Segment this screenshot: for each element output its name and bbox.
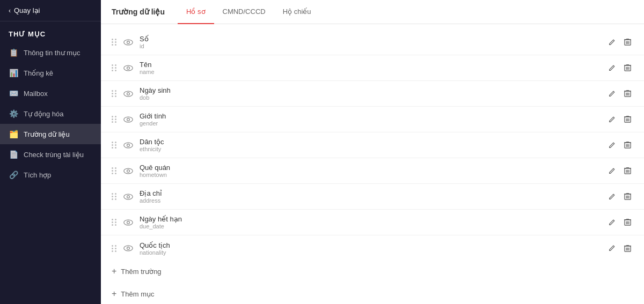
visibility-icon[interactable] <box>123 142 133 149</box>
field-info: Giới tính gender <box>140 112 599 127</box>
edit-button[interactable] <box>606 217 618 228</box>
visibility-icon[interactable] <box>123 39 133 46</box>
edit-button[interactable] <box>606 139 618 151</box>
field-actions <box>606 62 633 74</box>
edit-button[interactable] <box>606 242 618 254</box>
field-label: Ngày hết hạn <box>140 215 599 223</box>
sidebar-item-tu-dong-hoa[interactable]: ⚙️ Tự động hóa <box>0 103 101 124</box>
svg-point-36 <box>127 169 130 172</box>
edit-button[interactable] <box>606 191 618 203</box>
sidebar-icon-tu-dong-hoa: ⚙️ <box>9 109 18 118</box>
tab-cmnd-cccd[interactable]: CMND/CCCD <box>214 0 274 24</box>
back-button[interactable]: ‹ Quay lại <box>0 0 101 21</box>
field-key: hometown <box>140 172 599 178</box>
drag-handle[interactable] <box>112 90 117 97</box>
svg-point-15 <box>127 92 130 95</box>
drag-handle[interactable] <box>112 167 117 174</box>
field-label: Quê quán <box>140 164 599 172</box>
svg-point-14 <box>124 91 133 97</box>
svg-point-0 <box>124 40 133 45</box>
sidebar-item-thong-ke[interactable]: 📊 Thống kê <box>0 63 101 83</box>
sidebar-item-mailbox[interactable]: ✉️ Mailbox <box>0 83 101 103</box>
delete-button[interactable] <box>622 165 633 177</box>
edit-button[interactable] <box>606 114 618 125</box>
visibility-icon[interactable] <box>123 65 133 71</box>
svg-point-1 <box>127 41 130 43</box>
delete-button[interactable] <box>622 36 633 48</box>
add-section-label: Thêm mục <box>121 290 154 298</box>
field-key: id <box>140 43 599 49</box>
delete-button[interactable] <box>622 87 633 100</box>
visibility-icon[interactable] <box>123 194 133 200</box>
sidebar-icon-check-trung: 📄 <box>9 150 18 159</box>
drag-handle[interactable] <box>112 64 117 71</box>
drag-handle[interactable] <box>112 245 117 252</box>
visibility-icon[interactable] <box>123 116 133 123</box>
field-info: Quốc tịch nationality <box>140 241 599 256</box>
delete-button[interactable] <box>622 216 633 228</box>
edit-button[interactable] <box>606 88 618 100</box>
field-label: Ngày sinh <box>140 86 599 94</box>
field-info: Tên name <box>140 61 599 75</box>
field-label: Số <box>140 35 599 43</box>
edit-button[interactable] <box>606 165 618 177</box>
field-row: Tên name <box>101 55 644 81</box>
tab-ho-chieu[interactable]: Hộ chiếu <box>274 0 320 24</box>
delete-button[interactable] <box>622 139 633 151</box>
sidebar-item-tich-hop[interactable]: 🔗 Tích hợp <box>0 165 101 185</box>
sidebar-label-check-trung: Check trùng tài liệu <box>24 151 84 159</box>
add-section-row[interactable]: + Thêm mục <box>101 284 644 304</box>
drag-handle[interactable] <box>112 116 117 123</box>
drag-handle[interactable] <box>112 39 117 46</box>
drag-handle[interactable] <box>112 142 117 149</box>
field-label: Tên <box>140 61 599 69</box>
svg-point-49 <box>124 220 133 225</box>
field-row: Giới tính gender <box>101 107 644 132</box>
visibility-icon[interactable] <box>123 219 133 226</box>
svg-point-43 <box>127 195 130 198</box>
drag-handle[interactable] <box>112 219 117 226</box>
tabs-container: Hồ sơCMND/CCCDHộ chiếu <box>178 0 320 24</box>
field-label: Giới tính <box>140 112 599 120</box>
delete-button[interactable] <box>622 62 633 74</box>
sidebar-label-truong-du-lieu: Trường dữ liệu <box>24 130 70 138</box>
back-label: Quay lại <box>14 6 40 14</box>
section-label: Trường dữ liệu <box>112 0 173 24</box>
tab-ho-so[interactable]: Hồ sơ <box>178 0 214 24</box>
drag-handle[interactable] <box>112 193 117 200</box>
field-actions <box>606 36 633 48</box>
sidebar-label-thong-tin: Thông tin thư mục <box>24 49 80 57</box>
field-key: name <box>140 69 599 75</box>
delete-button[interactable] <box>622 190 633 203</box>
sidebar-item-truong-du-lieu[interactable]: 🗂️ Trường dữ liệu <box>0 124 101 144</box>
visibility-icon[interactable] <box>123 91 133 97</box>
visibility-icon[interactable] <box>123 168 133 174</box>
svg-point-35 <box>124 168 133 174</box>
back-arrow-icon: ‹ <box>9 7 11 14</box>
edit-button[interactable] <box>606 62 618 74</box>
sidebar-icon-thong-tin: 📋 <box>9 48 18 57</box>
delete-button[interactable] <box>622 113 633 125</box>
delete-button[interactable] <box>622 242 633 255</box>
sidebar-item-thong-tin[interactable]: 📋 Thông tin thư mục <box>0 42 101 63</box>
field-actions <box>606 87 633 100</box>
field-actions <box>606 139 633 151</box>
field-info: Ngày hết hạn due_date <box>140 215 599 229</box>
edit-button[interactable] <box>606 36 618 48</box>
sidebar-label-tich-hop: Tích hợp <box>24 171 51 179</box>
field-info: Quê quán hometown <box>140 164 599 178</box>
fields-list: Số id <box>101 29 644 261</box>
field-row: Quốc tịch nationality <box>101 235 644 261</box>
main-panel: Trường dữ liệu Hồ sơCMND/CCCDHộ chiếu Số <box>101 0 644 304</box>
field-info: Địa chỉ address <box>140 189 599 204</box>
sidebar-item-check-trung[interactable]: 📄 Check trùng tài liệu <box>0 144 101 165</box>
add-field-row[interactable]: + Thêm trường <box>101 261 644 281</box>
add-field-label: Thêm trường <box>121 268 161 276</box>
field-key: nationality <box>140 249 599 256</box>
field-actions <box>606 190 633 203</box>
visibility-icon[interactable] <box>123 245 133 251</box>
field-actions <box>606 242 633 255</box>
sidebar-nav: 📋 Thông tin thư mục 📊 Thống kê ✉️ Mailbo… <box>0 42 101 304</box>
add-field-plus-icon: + <box>112 266 116 276</box>
svg-point-29 <box>127 144 130 146</box>
